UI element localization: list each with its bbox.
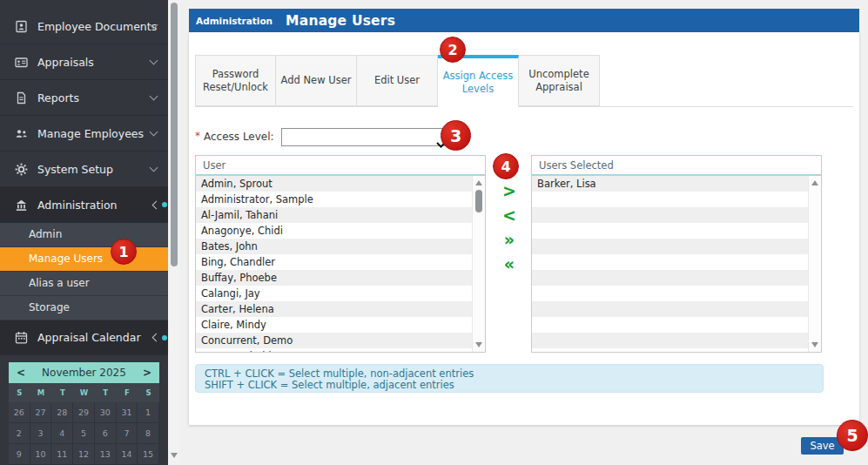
list-item[interactable]: Administrator, Sample (196, 192, 472, 207)
calendar-date[interactable]: 5 (73, 423, 95, 444)
sidebar-item-label: Reports (37, 91, 79, 104)
calendar-date[interactable]: 8 (138, 423, 159, 444)
calendar-date[interactable]: 15 (138, 444, 159, 465)
sidebar-subitem-manage-users[interactable]: Manage Users (0, 247, 168, 272)
sidebar-subitem-alias-a-user[interactable]: Alias a user (0, 272, 168, 296)
list-item[interactable] (532, 286, 808, 301)
sidebar-subitem-storage[interactable]: Storage (0, 296, 168, 320)
tab-uncomplete-appraisal[interactable]: Uncomplete Appraisal (519, 55, 600, 106)
list-item[interactable] (532, 223, 808, 239)
chevron-down-icon (150, 92, 158, 101)
move-left-button[interactable]: < (494, 203, 525, 227)
sidebar-subitem-admin[interactable]: Admin (0, 223, 168, 247)
calendar-date[interactable]: 26 (9, 402, 30, 423)
move-all-right-button[interactable]: » (494, 227, 525, 252)
sidebar-item-label: Manage Employees (37, 127, 144, 140)
list-item[interactable]: Buffay, Phoebe (196, 270, 472, 286)
sidebar-item-reports[interactable]: Reports (0, 80, 168, 116)
list-item[interactable]: Barker, Lisa (532, 176, 808, 192)
sidebar-item-manage-employees[interactable]: Manage Employees (0, 116, 168, 152)
tab-add-new-user[interactable]: Add New User (276, 55, 357, 106)
list-item[interactable]: Anagonye, Chidi (196, 223, 472, 239)
content-card: Password Reset/Unlock Add New User Edit … (189, 32, 859, 425)
calendar-date[interactable]: 27 (30, 402, 52, 423)
scrollbar-down-arrow-icon[interactable] (171, 453, 178, 458)
scrollbar-down-arrow-icon[interactable] (811, 342, 818, 347)
calendar-date[interactable]: 11 (51, 444, 73, 465)
scrollbar-up-arrow-icon[interactable] (811, 180, 818, 185)
tab-password-reset-unlock[interactable]: Password Reset/Unlock (195, 55, 276, 106)
selected-users-scrollbar[interactable] (808, 176, 821, 352)
calendar-date[interactable]: 13 (95, 444, 117, 465)
list-item[interactable] (532, 301, 808, 317)
transfer-buttons: > < » « (494, 179, 525, 276)
help-line-ctrl-click: CTRL + CLICK = Select multiple, non-adja… (205, 368, 814, 380)
calendar-date[interactable]: 4 (51, 423, 73, 444)
help-line-shift-click: SHIFT + CLICK = Select multiple, adjacen… (205, 380, 814, 391)
calendar-date[interactable]: 10 (30, 444, 52, 465)
available-users-scrollbar[interactable] (472, 176, 485, 352)
list-item[interactable] (532, 270, 808, 286)
annotation-badge-3: 3 (441, 120, 471, 151)
calendar-date[interactable]: 29 (73, 402, 95, 423)
list-item[interactable] (532, 254, 808, 270)
sidebar-item-system-setup[interactable]: System Setup (0, 152, 168, 187)
list-item[interactable]: Admin, Sprout (196, 176, 472, 192)
page-header: Administration Manage Users (189, 9, 859, 32)
list-item[interactable]: Carter, Helena (196, 301, 472, 317)
list-item[interactable] (532, 333, 808, 348)
list-item[interactable]: Concurrent, Demo (196, 333, 472, 348)
sidebar-item-label: Administration (37, 199, 117, 212)
calendar-date[interactable]: 30 (95, 402, 117, 423)
appraisals-icon (15, 56, 28, 69)
day-header: T (95, 388, 117, 397)
list-item[interactable]: Claire, Mindy (196, 317, 472, 333)
list-item[interactable]: Bates, John (196, 239, 472, 254)
chevron-down-icon (150, 57, 158, 65)
access-level-label: Access Level: (204, 131, 274, 143)
sidebar-scrollbar-thumb[interactable] (171, 3, 178, 266)
tab-edit-user[interactable]: Edit User (357, 55, 438, 106)
move-right-button[interactable]: > (494, 179, 525, 203)
list-item[interactable] (532, 317, 808, 333)
calendar-date[interactable]: 9 (9, 444, 30, 465)
calendar-date[interactable]: 6 (95, 423, 117, 444)
list-item[interactable]: Al-Jamil, Tahani (196, 207, 472, 223)
sidebar-item-employee-documents[interactable]: Employee Documents (0, 9, 168, 44)
calendar-icon (15, 331, 28, 344)
calendar-date[interactable]: 28 (51, 402, 73, 423)
user-list-header[interactable] (195, 155, 486, 175)
tab-label: Uncomplete Appraisal (523, 68, 595, 93)
list-item[interactable] (532, 207, 808, 223)
users-selected-list-header[interactable] (531, 155, 822, 175)
sidebar-item-administration[interactable]: Administration (0, 187, 168, 223)
access-level-row: * Access Level: (195, 127, 451, 146)
calendar-prev-button[interactable]: < (9, 367, 25, 379)
calendar-date[interactable]: 12 (73, 444, 95, 465)
calendar-date[interactable]: 14 (117, 444, 138, 465)
calendar-date[interactable]: 31 (117, 402, 138, 423)
scrollbar-thumb[interactable] (475, 190, 482, 212)
sidebar-item-appraisals[interactable]: Appraisals (0, 44, 168, 80)
access-level-select[interactable] (281, 128, 451, 146)
scrollbar-down-arrow-icon[interactable] (475, 342, 482, 347)
calendar-date[interactable]: 1 (138, 402, 159, 423)
administration-bank-icon (15, 199, 28, 212)
list-item[interactable]: Bing, Chandler (196, 254, 472, 270)
list-item[interactable]: Cooper, Sheldon (196, 348, 472, 353)
list-item[interactable] (532, 192, 808, 207)
list-item[interactable]: Calangi, Jay (196, 286, 472, 301)
scrollbar-up-arrow-icon[interactable] (475, 180, 482, 185)
sidebar-item-appraisal-calendar[interactable]: Appraisal Calendar (0, 320, 168, 355)
calendar-date[interactable]: 2 (9, 423, 30, 444)
tab-assign-access-levels[interactable]: Assign Access Levels (438, 55, 519, 107)
calendar-next-button[interactable]: > (143, 367, 159, 379)
calendar-date[interactable]: 3 (30, 423, 52, 444)
list-item[interactable] (532, 239, 808, 254)
move-all-left-button[interactable]: « (494, 252, 525, 276)
calendar-date[interactable]: 7 (117, 423, 138, 444)
list-item[interactable] (532, 348, 808, 353)
day-header: S (138, 388, 159, 397)
sidebar-scrollbar[interactable] (168, 0, 180, 465)
required-marker: * (195, 130, 200, 142)
